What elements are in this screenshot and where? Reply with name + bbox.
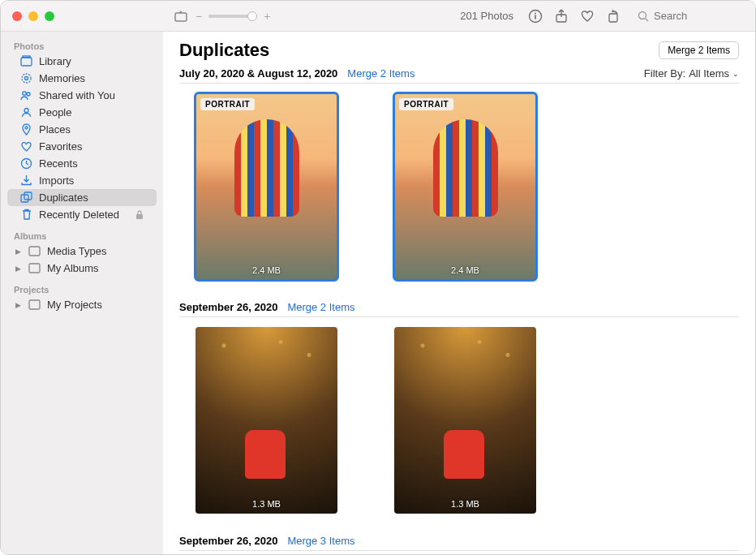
rotate-icon[interactable] [606,9,621,24]
sidebar-section-albums: Albums [1,228,163,243]
photo-thumbnail[interactable]: PORTRAIT 2.4 MB [394,93,536,280]
projects-icon [28,299,41,311]
shared-icon [20,89,32,101]
close-button[interactable] [12,11,22,21]
file-size-label: 1.3 MB [451,499,479,509]
sidebar-label: Media Types [47,245,106,257]
photo-thumbnail[interactable]: 1.3 MB [195,327,337,514]
albums-icon [28,262,41,274]
svg-point-2 [535,12,536,14]
sidebar-label: Shared with You [39,89,115,101]
places-icon [20,123,32,136]
sidebar-item-people[interactable]: People [7,104,157,121]
photo-thumbnail[interactable]: PORTRAIT 2.4 MB [195,93,337,280]
file-size-label: 2.4 MB [252,265,281,275]
svg-point-11 [25,77,28,80]
sidebar-item-recently-deleted[interactable]: Recently Deleted [7,206,157,223]
zoom-slider-thumb[interactable] [247,11,257,21]
portrait-badge: PORTRAIT [399,98,453,110]
memories-icon [20,72,32,84]
svg-rect-8 [21,58,32,66]
chevron-down-icon: ⌄ [732,70,739,78]
svg-line-7 [645,18,648,21]
photo-count-label: 201 Photos [460,10,513,22]
sidebar-item-media-types[interactable]: ▶Media Types [7,243,157,260]
sidebar-label: My Projects [47,299,102,311]
svg-rect-0 [175,13,187,21]
info-icon[interactable] [528,9,543,24]
share-icon[interactable] [554,9,569,24]
duplicates-icon [20,191,32,204]
svg-rect-19 [136,214,143,219]
sidebar-item-library[interactable]: Library [7,53,157,70]
svg-rect-3 [535,15,536,19]
sidebar-label: Favorites [39,140,82,153]
favorite-icon[interactable] [580,9,595,24]
group-header: September 26, 2020 Merge 3 Items [179,535,739,551]
people-icon [20,106,32,118]
group-date-label: September 26, 2020 [179,301,277,313]
lock-icon [135,210,144,220]
titlebar: − + 201 Photos [1,1,755,32]
sidebar-item-memories[interactable]: Memories [7,70,157,87]
merge-link[interactable]: Merge 2 Items [347,67,415,80]
sidebar-label: Recents [39,157,78,170]
svg-point-6 [638,11,646,19]
thumbnail-row: 1.3 MB 1.3 MB [179,317,739,528]
zoom-controls: − + [174,9,270,24]
sidebar-item-my-projects[interactable]: ▶My Projects [7,296,157,313]
aspect-icon[interactable] [174,9,189,24]
sidebar-item-my-albums[interactable]: ▶My Albums [7,260,157,277]
trash-icon [20,209,32,221]
chevron-right-icon: ▶ [15,265,22,273]
sidebar-item-recents[interactable]: Recents [7,155,157,172]
minimize-button[interactable] [28,11,38,21]
sidebar-label: Imports [39,174,74,187]
maximize-button[interactable] [45,11,54,21]
sidebar-label: Memories [39,72,85,84]
svg-point-10 [22,74,31,83]
svg-rect-20 [29,247,40,256]
library-icon [20,55,32,67]
window-controls [12,11,54,21]
sidebar-section-photos: Photos [1,38,163,53]
svg-point-13 [27,92,30,96]
svg-point-14 [24,109,28,113]
thumbnail-row: PORTRAIT 2.4 MB PORTRAIT 2.4 MB [179,84,739,295]
svg-point-15 [25,127,28,129]
chevron-right-icon: ▶ [15,247,22,256]
recents-icon [20,157,32,170]
sidebar-item-duplicates[interactable]: Duplicates [7,189,157,206]
content-area: Duplicates Merge 2 Items July 20, 2020 &… [163,32,755,554]
sidebar-item-imports[interactable]: Imports [7,172,157,189]
group-date-label: September 26, 2020 [179,535,277,547]
sidebar-label: Duplicates [39,191,88,204]
chevron-right-icon: ▶ [15,301,22,309]
sidebar-item-places[interactable]: Places [7,121,157,138]
sidebar-item-favorites[interactable]: Favorites [7,138,157,155]
zoom-minus-label[interactable]: − [195,10,202,23]
media-types-icon [28,245,41,257]
search-icon [637,9,649,24]
svg-rect-21 [29,264,40,273]
sidebar-label: My Albums [47,262,99,274]
filter-control[interactable]: Filter By: All Items ⌄ [644,67,739,80]
search-box[interactable] [632,6,745,26]
sidebar-label: Library [39,55,71,67]
zoom-plus-label[interactable]: + [264,10,270,23]
zoom-slider[interactable] [208,15,257,18]
search-input[interactable] [654,10,741,22]
merge-selected-button[interactable]: Merge 2 Items [659,41,739,59]
photo-thumbnail[interactable]: 1.3 MB [394,327,536,514]
file-size-label: 2.4 MB [451,265,479,275]
sidebar-label: Places [39,123,71,136]
group-header: July 20, 2020 & August 12, 2020 Merge 2 … [179,67,739,84]
sidebar-label: People [39,106,71,118]
merge-link[interactable]: Merge 2 Items [287,301,354,313]
svg-rect-9 [23,56,30,58]
sidebar-item-shared[interactable]: Shared with You [7,87,157,104]
merge-link[interactable]: Merge 3 Items [287,535,354,547]
filter-label: Filter By: [644,67,685,80]
svg-rect-5 [609,14,617,22]
portrait-badge: PORTRAIT [200,98,255,110]
